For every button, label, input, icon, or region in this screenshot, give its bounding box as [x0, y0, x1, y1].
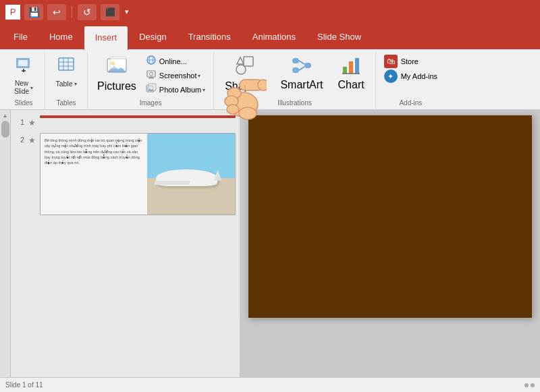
table-label: Table: [55, 80, 72, 88]
svg-line-31: [299, 61, 304, 64]
addins-group-label: Add-ins: [376, 99, 446, 107]
slides-group: NewSlide ▾ Slides: [3, 52, 45, 109]
plane-wing: [154, 181, 190, 185]
svg-rect-1: [18, 60, 28, 66]
tab-file[interactable]: File: [3, 25, 38, 49]
store-button[interactable]: 🛍 Store: [381, 55, 421, 68]
tables-group: Table ▾ Tables: [45, 52, 88, 109]
smartart-icon: [291, 55, 313, 79]
save-button[interactable]: 💾: [24, 4, 43, 20]
tab-animations[interactable]: Animations: [242, 25, 306, 49]
screenshot-icon: [146, 69, 157, 82]
tab-slideshow[interactable]: Slide Show: [306, 25, 372, 49]
illustrations-group: Shapes ▾ SmartAr: [214, 52, 376, 109]
online-icon: [146, 55, 157, 68]
svg-rect-30: [304, 63, 311, 68]
chart-button[interactable]: Chart: [333, 52, 370, 96]
chart-icon: [340, 55, 362, 79]
slide-info: Slide 1 of 11: [5, 381, 43, 389]
pictures-icon: [106, 55, 128, 79]
pictures-label: Pictures: [97, 80, 136, 92]
slide-2-text: Bê tông thông minh đóng một vai trò quan…: [40, 134, 147, 215]
online-label: Online...: [159, 57, 187, 65]
status-bar: Slide 1 of 11: [0, 377, 540, 392]
svg-rect-4: [59, 58, 74, 70]
addins-group: 🛍 Store ✦ My Add-ins Add-ins: [376, 52, 446, 109]
screenshot-button[interactable]: Screenshot ▾: [143, 69, 208, 82]
my-addins-label: My Add-ins: [401, 72, 437, 80]
slide-1-star: ★: [28, 118, 36, 128]
photo-album-icon: [146, 83, 157, 96]
svg-line-32: [299, 67, 304, 70]
title-bar: P 💾 ↩ ↺ ⬛ ▾: [0, 0, 540, 24]
store-label: Store: [401, 57, 418, 65]
scroll-up-arrow[interactable]: ▲: [3, 113, 8, 119]
slide-1-number: 1: [15, 118, 24, 126]
scroll-thumb[interactable]: [1, 121, 9, 138]
view-controls: [524, 383, 535, 387]
pictures-button[interactable]: Pictures: [93, 52, 140, 96]
undo-button[interactable]: ↩: [47, 4, 66, 20]
new-slide-label: NewSlide: [14, 80, 29, 96]
shapes-label: Shapes: [225, 80, 261, 92]
shapes-icon: [234, 55, 256, 79]
divider: [72, 6, 72, 18]
new-slide-arrow: ▾: [30, 85, 33, 91]
table-button[interactable]: Table ▾: [51, 52, 82, 96]
plane-image: [147, 134, 235, 215]
svg-point-20: [149, 72, 153, 76]
images-group: Pictures Online...: [88, 52, 214, 109]
table-arrow: ▾: [74, 81, 77, 87]
svg-rect-29: [292, 67, 299, 73]
redo-button[interactable]: ↺: [78, 4, 97, 20]
slide-2-number: 2: [15, 136, 24, 144]
smartart-button[interactable]: SmartArt: [275, 52, 328, 96]
svg-rect-33: [343, 67, 347, 74]
ribbon-body: NewSlide ▾ Slides: [0, 49, 540, 110]
screenshot-arrow: ▾: [198, 73, 200, 79]
quick-access-more[interactable]: ▾: [125, 7, 129, 16]
view-dot-2: [531, 383, 535, 387]
slide-2-row: 2 ★ Bê tông thông minh đóng một vai trò …: [15, 133, 236, 215]
new-slide-button[interactable]: NewSlide ▾: [8, 52, 39, 96]
main-slide: [248, 115, 532, 318]
ribbon-tabs: File Home Insert Design Transitions Anim…: [0, 24, 540, 49]
svg-rect-13: [110, 57, 126, 69]
vertical-scrollbar[interactable]: ▲: [0, 110, 11, 392]
svg-marker-27: [237, 57, 244, 64]
photo-album-arrow: ▾: [202, 87, 205, 93]
shapes-button[interactable]: Shapes ▾: [219, 52, 271, 96]
svg-rect-18: [149, 77, 153, 78]
my-addins-icon: ✦: [384, 69, 398, 83]
screenshot-label: Screenshot: [159, 72, 197, 80]
new-slide-icon: [14, 55, 33, 78]
shapes-arrow: ▾: [263, 84, 265, 90]
slides-group-label: Slides: [3, 99, 45, 107]
present-button[interactable]: ⬛: [101, 4, 119, 20]
svg-rect-35: [355, 58, 359, 74]
slide-2-content: Bê tông thông minh đóng một vai trò quan…: [40, 134, 235, 215]
tab-insert[interactable]: Insert: [84, 26, 129, 50]
svg-rect-28: [292, 58, 299, 63]
svg-rect-25: [244, 57, 253, 66]
slide-1-thumb[interactable]: ỨNG DỤNG CỦA VẬT LIỆU THÔNG MINH: [40, 115, 236, 118]
illustrations-group-label: Illustrations: [214, 99, 375, 107]
app-icon: P: [5, 5, 20, 20]
tab-design[interactable]: Design: [128, 25, 177, 49]
main-slide-view: [240, 110, 540, 392]
tables-group-label: Tables: [45, 99, 87, 107]
online-button[interactable]: Online...: [143, 55, 208, 68]
smartart-label: SmartArt: [280, 79, 323, 91]
tab-transitions[interactable]: Transitions: [178, 25, 242, 49]
my-addins-button[interactable]: ✦ My Add-ins: [381, 69, 440, 83]
slide-1-row: 1 ★ ỨNG DỤNG CỦA VẬT LIỆU THÔNG MINH: [15, 115, 236, 128]
slide-2-image: [147, 134, 235, 215]
photo-album-label: Photo Album: [159, 86, 201, 94]
slide-panel: 1 ★ ỨNG DỤNG CỦA VẬT LIỆU THÔNG MINH 2 ★…: [11, 110, 240, 392]
svg-rect-34: [349, 61, 353, 74]
store-icon: 🛍: [384, 55, 398, 68]
photo-album-button[interactable]: Photo Album ▾: [143, 83, 208, 96]
tab-home[interactable]: Home: [38, 25, 84, 49]
slide-2-thumb[interactable]: Bê tông thông minh đóng một vai trò quan…: [40, 133, 236, 215]
svg-rect-19: [148, 78, 154, 79]
